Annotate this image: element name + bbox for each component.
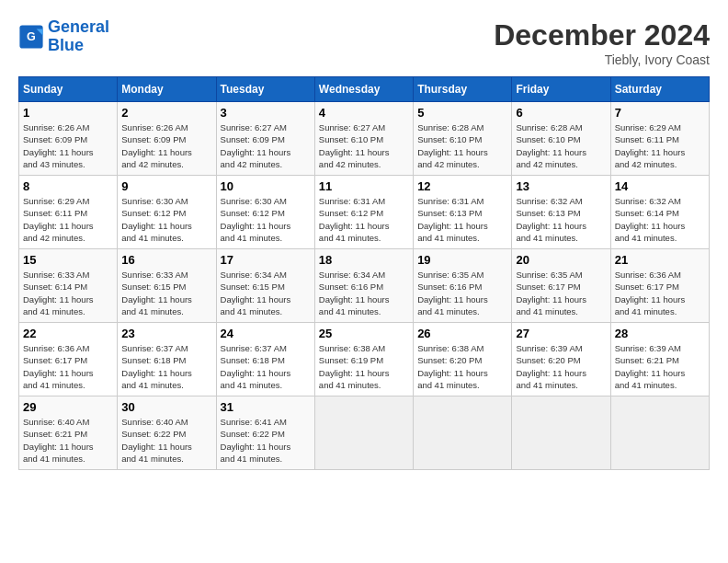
- weekday-header-cell: Saturday: [610, 77, 709, 102]
- logo-icon: G: [18, 24, 44, 50]
- calendar-row: 29Sunrise: 6:40 AMSunset: 6:21 PMDayligh…: [19, 396, 710, 470]
- calendar-body: 1Sunrise: 6:26 AMSunset: 6:09 PMDaylight…: [19, 102, 710, 470]
- calendar-cell: 24Sunrise: 6:37 AMSunset: 6:18 PMDayligh…: [216, 323, 314, 396]
- calendar-cell: 5Sunrise: 6:28 AMSunset: 6:10 PMDaylight…: [414, 102, 512, 176]
- calendar-cell: 9Sunrise: 6:30 AMSunset: 6:12 PMDaylight…: [118, 176, 216, 249]
- calendar-cell: 25Sunrise: 6:38 AMSunset: 6:19 PMDayligh…: [314, 323, 413, 396]
- day-info: Sunrise: 6:31 AMSunset: 6:13 PMDaylight:…: [417, 195, 507, 244]
- day-info: Sunrise: 6:35 AMSunset: 6:16 PMDaylight:…: [417, 269, 507, 317]
- day-info: Sunrise: 6:29 AMSunset: 6:11 PMDaylight:…: [615, 121, 705, 170]
- calendar-cell: 2Sunrise: 6:26 AMSunset: 6:09 PMDaylight…: [118, 102, 216, 176]
- day-info: Sunrise: 6:39 AMSunset: 6:20 PMDaylight:…: [516, 342, 606, 391]
- day-info: Sunrise: 6:37 AMSunset: 6:18 PMDaylight:…: [221, 342, 311, 391]
- day-number: 26: [417, 327, 507, 340]
- day-number: 8: [23, 179, 113, 193]
- day-number: 22: [23, 327, 113, 340]
- calendar-cell: 13Sunrise: 6:32 AMSunset: 6:13 PMDayligh…: [512, 176, 610, 249]
- calendar-cell: [610, 396, 709, 470]
- day-number: 4: [319, 106, 409, 120]
- day-info: Sunrise: 6:36 AMSunset: 6:17 PMDaylight:…: [23, 342, 113, 391]
- calendar-cell: 29Sunrise: 6:40 AMSunset: 6:21 PMDayligh…: [19, 396, 118, 470]
- svg-text:G: G: [27, 30, 36, 43]
- calendar-cell: 15Sunrise: 6:33 AMSunset: 6:14 PMDayligh…: [19, 249, 118, 323]
- day-info: Sunrise: 6:32 AMSunset: 6:13 PMDaylight:…: [516, 195, 606, 244]
- day-number: 23: [121, 327, 211, 340]
- day-number: 2: [121, 106, 211, 120]
- day-info: Sunrise: 6:34 AMSunset: 6:16 PMDaylight:…: [319, 269, 409, 317]
- day-info: Sunrise: 6:28 AMSunset: 6:10 PMDaylight:…: [516, 121, 606, 170]
- logo: G General Blue: [18, 18, 109, 55]
- day-number: 14: [615, 179, 705, 193]
- day-info: Sunrise: 6:26 AMSunset: 6:09 PMDaylight:…: [23, 121, 113, 170]
- day-number: 28: [615, 327, 705, 340]
- calendar-cell: 10Sunrise: 6:30 AMSunset: 6:12 PMDayligh…: [216, 176, 314, 249]
- day-info: Sunrise: 6:37 AMSunset: 6:18 PMDaylight:…: [121, 342, 211, 391]
- calendar-cell: 3Sunrise: 6:27 AMSunset: 6:09 PMDaylight…: [216, 102, 314, 176]
- day-info: Sunrise: 6:32 AMSunset: 6:14 PMDaylight:…: [615, 195, 705, 244]
- day-info: Sunrise: 6:29 AMSunset: 6:11 PMDaylight:…: [23, 195, 113, 244]
- calendar-cell: 30Sunrise: 6:40 AMSunset: 6:22 PMDayligh…: [118, 396, 216, 470]
- day-number: 31: [221, 400, 311, 414]
- weekday-header-cell: Wednesday: [314, 77, 413, 102]
- day-number: 9: [121, 179, 211, 193]
- calendar-cell: [512, 396, 610, 470]
- calendar-cell: 17Sunrise: 6:34 AMSunset: 6:15 PMDayligh…: [216, 249, 314, 323]
- day-number: 29: [23, 400, 113, 414]
- calendar-cell: 20Sunrise: 6:35 AMSunset: 6:17 PMDayligh…: [512, 249, 610, 323]
- calendar-cell: [414, 396, 512, 470]
- calendar-table: SundayMondayTuesdayWednesdayThursdayFrid…: [18, 76, 710, 470]
- day-number: 12: [417, 179, 507, 193]
- day-number: 20: [516, 253, 606, 267]
- day-number: 6: [516, 106, 606, 120]
- location-title: Tiebly, Ivory Coast: [494, 52, 710, 67]
- weekday-header-cell: Tuesday: [216, 77, 314, 102]
- day-info: Sunrise: 6:31 AMSunset: 6:12 PMDaylight:…: [319, 195, 409, 244]
- calendar-cell: 21Sunrise: 6:36 AMSunset: 6:17 PMDayligh…: [610, 249, 709, 323]
- calendar-cell: 1Sunrise: 6:26 AMSunset: 6:09 PMDaylight…: [19, 102, 118, 176]
- calendar-cell: 14Sunrise: 6:32 AMSunset: 6:14 PMDayligh…: [610, 176, 709, 249]
- calendar-cell: 18Sunrise: 6:34 AMSunset: 6:16 PMDayligh…: [314, 249, 413, 323]
- weekday-header-cell: Thursday: [414, 77, 512, 102]
- calendar-cell: [314, 396, 413, 470]
- day-info: Sunrise: 6:33 AMSunset: 6:15 PMDaylight:…: [121, 269, 211, 317]
- day-info: Sunrise: 6:40 AMSunset: 6:22 PMDaylight:…: [121, 416, 211, 465]
- day-number: 15: [23, 253, 113, 267]
- calendar-cell: 6Sunrise: 6:28 AMSunset: 6:10 PMDaylight…: [512, 102, 610, 176]
- calendar-cell: 8Sunrise: 6:29 AMSunset: 6:11 PMDaylight…: [19, 176, 118, 249]
- day-number: 16: [121, 253, 211, 267]
- title-area: December 2024 Tiebly, Ivory Coast: [494, 18, 710, 67]
- day-number: 27: [516, 327, 606, 340]
- day-number: 7: [615, 106, 705, 120]
- day-number: 5: [417, 106, 507, 120]
- calendar-cell: 31Sunrise: 6:41 AMSunset: 6:22 PMDayligh…: [216, 396, 314, 470]
- calendar-cell: 7Sunrise: 6:29 AMSunset: 6:11 PMDaylight…: [610, 102, 709, 176]
- header: G General Blue December 2024 Tiebly, Ivo…: [18, 18, 710, 67]
- weekday-header-cell: Friday: [512, 77, 610, 102]
- day-info: Sunrise: 6:26 AMSunset: 6:09 PMDaylight:…: [121, 121, 211, 170]
- day-number: 24: [221, 327, 311, 340]
- calendar-cell: 16Sunrise: 6:33 AMSunset: 6:15 PMDayligh…: [118, 249, 216, 323]
- day-info: Sunrise: 6:35 AMSunset: 6:17 PMDaylight:…: [516, 269, 606, 317]
- day-info: Sunrise: 6:27 AMSunset: 6:09 PMDaylight:…: [221, 121, 311, 170]
- day-number: 25: [319, 327, 409, 340]
- calendar-row: 22Sunrise: 6:36 AMSunset: 6:17 PMDayligh…: [19, 323, 710, 396]
- day-info: Sunrise: 6:41 AMSunset: 6:22 PMDaylight:…: [221, 416, 311, 465]
- day-info: Sunrise: 6:36 AMSunset: 6:17 PMDaylight:…: [615, 269, 705, 317]
- calendar-cell: 11Sunrise: 6:31 AMSunset: 6:12 PMDayligh…: [314, 176, 413, 249]
- day-info: Sunrise: 6:38 AMSunset: 6:20 PMDaylight:…: [417, 342, 507, 391]
- month-title: December 2024: [494, 18, 710, 52]
- weekday-header-row: SundayMondayTuesdayWednesdayThursdayFrid…: [19, 77, 710, 102]
- calendar-cell: 19Sunrise: 6:35 AMSunset: 6:16 PMDayligh…: [414, 249, 512, 323]
- day-number: 13: [516, 179, 606, 193]
- logo-text: General Blue: [48, 18, 109, 55]
- day-number: 1: [23, 106, 113, 120]
- day-number: 17: [221, 253, 311, 267]
- calendar-cell: 26Sunrise: 6:38 AMSunset: 6:20 PMDayligh…: [414, 323, 512, 396]
- day-number: 21: [615, 253, 705, 267]
- day-number: 11: [319, 179, 409, 193]
- calendar-cell: 12Sunrise: 6:31 AMSunset: 6:13 PMDayligh…: [414, 176, 512, 249]
- day-info: Sunrise: 6:27 AMSunset: 6:10 PMDaylight:…: [319, 121, 409, 170]
- day-info: Sunrise: 6:28 AMSunset: 6:10 PMDaylight:…: [417, 121, 507, 170]
- calendar-cell: 4Sunrise: 6:27 AMSunset: 6:10 PMDaylight…: [314, 102, 413, 176]
- day-info: Sunrise: 6:30 AMSunset: 6:12 PMDaylight:…: [121, 195, 211, 244]
